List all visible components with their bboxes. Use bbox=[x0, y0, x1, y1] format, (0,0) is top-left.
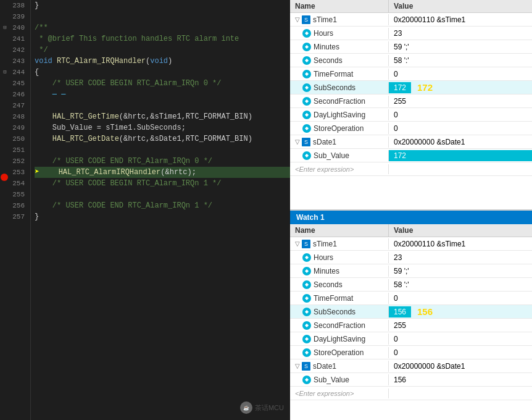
line-num-257: 257 bbox=[10, 211, 28, 222]
var-value: 23 bbox=[394, 29, 402, 38]
field-icon: ◆ bbox=[302, 29, 311, 38]
list-item[interactable]: ◆ TimeFormat 0 bbox=[290, 292, 532, 305]
collapse-arrow-sdate1-w1[interactable]: ▽ bbox=[295, 363, 300, 369]
line-num-255: 255 bbox=[10, 189, 28, 200]
field-icon: ◆ bbox=[302, 280, 311, 289]
collapse-arrow-sdate1[interactable]: ▽ bbox=[295, 138, 300, 145]
var-name: Minutes bbox=[314, 43, 339, 51]
field-icon: ◆ bbox=[302, 321, 311, 330]
var-value: 59 ';' bbox=[394, 43, 409, 51]
list-item[interactable]: ◆ SecondFraction 255 bbox=[290, 319, 532, 332]
field-icon: ◆ bbox=[302, 335, 311, 343]
watch1-header: Name Value bbox=[290, 224, 532, 237]
var-name: TimeFormat bbox=[314, 70, 353, 78]
var-name: sTime1 bbox=[313, 240, 337, 248]
var-name: Hours bbox=[314, 29, 333, 38]
var-name: Minutes bbox=[314, 267, 339, 275]
var-value: 59 ';' bbox=[394, 267, 409, 275]
list-item[interactable]: ▽ S sDate1 0x20000000 &sDate1 bbox=[290, 359, 532, 373]
list-item[interactable]: ◆ Hours 23 bbox=[290, 251, 532, 264]
watch1-title: Watch 1 bbox=[290, 211, 532, 224]
struct-icon: S bbox=[302, 362, 310, 371]
list-item[interactable]: ◆ Seconds 58 ':' bbox=[290, 54, 532, 67]
var-name: Seconds bbox=[314, 280, 343, 289]
field-icon: ◆ bbox=[302, 376, 311, 384]
code-line-257: } bbox=[35, 211, 290, 222]
var-name: StoreOperation bbox=[314, 124, 364, 133]
list-item[interactable]: ◆ DayLightSaving 0 bbox=[290, 108, 532, 122]
code-line-248: HAL_RTC_GetTime(&hrtc,&sTime1,RTC_FORMAT… bbox=[35, 111, 290, 122]
var-value: 156 bbox=[394, 376, 406, 384]
var-value: 255 bbox=[394, 97, 406, 106]
list-item[interactable]: ◆ StoreOperation 0 bbox=[290, 346, 532, 359]
line-num-244: 244 bbox=[10, 67, 28, 78]
list-item[interactable]: ◆ SecondFraction 255 bbox=[290, 94, 532, 108]
subseconds-value-w1: 156 bbox=[389, 306, 411, 317]
line-num-242: 242 bbox=[10, 44, 28, 56]
var-value: 0 bbox=[394, 124, 398, 133]
var-name: SecondFraction bbox=[314, 97, 365, 106]
watermark: ☕ 茶话MCU bbox=[240, 401, 284, 414]
var-name: sTime1 bbox=[313, 15, 337, 24]
top-watch-header: Name Value bbox=[290, 0, 532, 13]
struct-icon: S bbox=[302, 15, 310, 24]
list-item[interactable]: ◆ DayLightSaving 0 bbox=[290, 332, 532, 346]
field-icon: ◆ bbox=[302, 348, 311, 357]
var-value: 0 bbox=[394, 335, 398, 343]
list-item[interactable]: ◆ Minutes 59 ';' bbox=[290, 264, 532, 278]
list-item[interactable]: ◆ Seconds 58 ':' bbox=[290, 278, 532, 292]
code-line-241: * @brief This function handles RTC alarm… bbox=[35, 33, 290, 44]
line-num-251: 251 bbox=[10, 145, 28, 156]
list-item[interactable]: <Enter expression> bbox=[290, 162, 532, 176]
list-item[interactable]: ◆ StoreOperation 0 bbox=[290, 122, 532, 135]
field-icon: ◆ bbox=[302, 83, 311, 92]
watch1-panel: Watch 1 Name Value ▽ S sTime1 0x20000110… bbox=[290, 211, 532, 420]
var-name: SubSeconds bbox=[314, 83, 355, 92]
list-item[interactable]: ◆ Sub_Value 172 bbox=[290, 149, 532, 162]
list-item[interactable]: ◆ SubSeconds 172 172 bbox=[290, 81, 532, 94]
list-item[interactable]: ◆ SubSeconds 156 156 bbox=[290, 305, 532, 319]
list-item[interactable]: ▽ S sDate1 0x20000000 &sDate1 bbox=[290, 135, 532, 149]
code-line-247 bbox=[35, 100, 290, 111]
var-value: 0x20000000 &sDate1 bbox=[394, 362, 465, 371]
code-line-240: /** bbox=[35, 22, 290, 33]
line-num-245: 245 bbox=[10, 78, 28, 89]
top-watch-panel: Name Value ▽ S sTime1 0x20000110 &sTime1 bbox=[290, 0, 532, 211]
list-item[interactable]: ◆ Hours 23 bbox=[290, 27, 532, 40]
enter-expression-w1[interactable]: <Enter expression> bbox=[295, 390, 354, 397]
code-line-239 bbox=[35, 11, 290, 22]
line-num-240: 240 bbox=[10, 22, 28, 33]
list-item[interactable]: ▽ S sTime1 0x20000110 &sTime1 bbox=[290, 237, 532, 251]
field-icon: ◆ bbox=[302, 124, 311, 133]
var-value: 58 ':' bbox=[394, 280, 409, 289]
code-line-250: HAL_RTC_GetDate(&hrtc,&sDate1,RTC_FORMAT… bbox=[35, 133, 290, 145]
list-item[interactable]: <Enter expression> bbox=[290, 387, 532, 400]
top-watch-name-header: Name bbox=[290, 0, 389, 12]
line-num-238: 238 bbox=[10, 0, 28, 11]
var-name: sDate1 bbox=[313, 362, 336, 371]
subseconds-highlight-w1: 156 bbox=[417, 306, 433, 317]
code-line-251 bbox=[35, 145, 290, 156]
list-item[interactable]: ◆ Minutes 59 ';' bbox=[290, 40, 532, 54]
var-name: DayLightSaving bbox=[314, 111, 365, 119]
code-line-244: { bbox=[35, 67, 290, 78]
var-value: 0x20000110 &sTime1 bbox=[394, 15, 465, 24]
var-value: 0 bbox=[394, 70, 398, 78]
collapse-arrow-stime1-w1[interactable]: ▽ bbox=[295, 240, 300, 247]
enter-expression-top[interactable]: <Enter expression> bbox=[295, 166, 354, 173]
watch1-name-header: Name bbox=[290, 224, 389, 237]
line-num-249: 249 bbox=[10, 122, 28, 133]
watch1-value-header: Value bbox=[389, 224, 532, 237]
top-watch-value-header: Value bbox=[389, 0, 532, 12]
list-item[interactable]: ▽ S sTime1 0x20000110 &sTime1 bbox=[290, 13, 532, 27]
list-item[interactable]: ◆ TimeFormat 0 bbox=[290, 67, 532, 81]
line-num-256: 256 bbox=[10, 200, 28, 211]
code-line-245: /* USER CODE BEGIN RTC_Alarm_IRQn 0 */ bbox=[35, 78, 290, 89]
field-icon: ◆ bbox=[302, 151, 311, 160]
list-item[interactable]: ◆ Sub_Value 156 bbox=[290, 373, 532, 387]
code-line-254: /* USER CODE BEGIN RTC_Alarm_IRQn 1 */ bbox=[35, 178, 290, 189]
subseconds-highlight-top: 172 bbox=[417, 82, 433, 93]
watermark-logo: ☕ bbox=[240, 401, 252, 414]
collapse-arrow-stime1[interactable]: ▽ bbox=[295, 16, 300, 23]
var-value: 0x20000000 &sDate1 bbox=[394, 138, 465, 146]
